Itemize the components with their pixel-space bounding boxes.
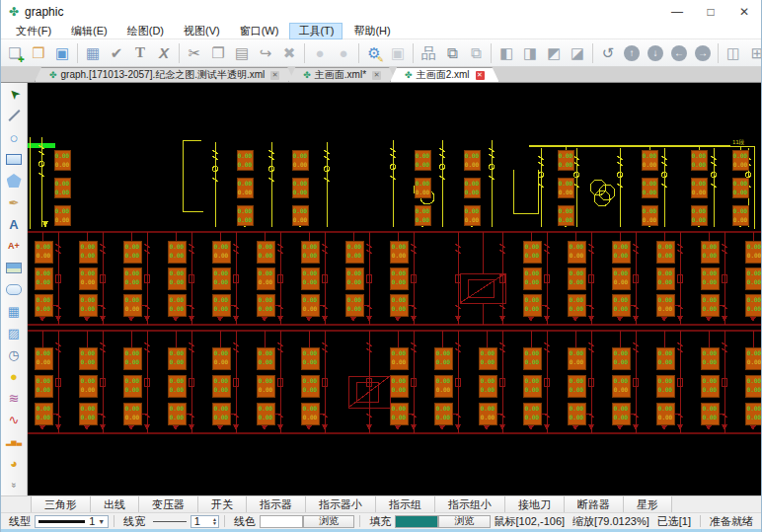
open-folder-icon[interactable]: ❒: [27, 41, 50, 65]
paste-icon[interactable]: ▤: [230, 41, 254, 65]
group-icon[interactable]: ⧉: [440, 41, 464, 65]
tab-close-button[interactable]: ✕: [270, 71, 279, 80]
window-new-icon[interactable]: ⊞: [745, 41, 762, 65]
tab-close-button[interactable]: ✕: [476, 71, 485, 80]
more-tools-icon[interactable]: »: [1, 474, 27, 495]
component-tab-3[interactable]: 开关: [198, 496, 247, 512]
menu-help[interactable]: 帮助(H): [344, 23, 399, 39]
fill-browse-button[interactable]: 浏览: [438, 515, 490, 528]
refresh-icon[interactable]: ↺: [596, 41, 620, 65]
tab-main2-xml[interactable]: ✤主画面2.xml✕: [390, 67, 498, 82]
ellipse-tool-icon[interactable]: ○: [1, 126, 27, 148]
nav-down-icon[interactable]: ↓: [644, 41, 667, 65]
clock-icon[interactable]: ◷: [1, 343, 27, 365]
bulb-icon[interactable]: ●: [1, 365, 27, 387]
component-tab-10[interactable]: 星形: [624, 496, 672, 512]
menu-view[interactable]: 视图(V): [175, 23, 229, 39]
component-tab-9[interactable]: 断路器: [565, 496, 624, 512]
grid-icon[interactable]: ▦: [81, 41, 105, 65]
nav-up-icon[interactable]: ↑: [620, 41, 644, 65]
tab-main-xml[interactable]: ✤主画面.xml*✕: [288, 67, 396, 82]
distribute-icon[interactable]: ◪: [566, 41, 589, 65]
component-tab-bar: 三角形出线变压器开关指示器指示器小指示组指示组小接地刀断路器星形: [1, 495, 761, 512]
align-left-icon[interactable]: ◨: [518, 41, 542, 65]
align-center-icon[interactable]: ◩: [542, 41, 566, 65]
svg-text:0.00: 0.00: [747, 386, 762, 393]
window-tile-icon[interactable]: ◫: [722, 41, 745, 65]
picture-button-icon[interactable]: [1, 257, 27, 278]
component-tab-2[interactable]: 变压器: [139, 496, 198, 512]
svg-text:0.00: 0.00: [525, 252, 540, 259]
svg-text:0.00: 0.00: [658, 243, 673, 250]
polygon-tool-icon[interactable]: [1, 170, 27, 191]
menu-draw[interactable]: 绘图(D): [118, 23, 173, 39]
menu-edit[interactable]: 编辑(E): [62, 23, 116, 39]
line-color-browse-button[interactable]: 浏览: [303, 515, 354, 528]
save-all-icon[interactable]: ▣: [386, 41, 410, 65]
shuttlecock-icon[interactable]: ✒: [1, 191, 27, 213]
line-tool-icon[interactable]: [1, 105, 27, 126]
nav-left-icon[interactable]: ←: [667, 41, 691, 65]
text-plus-icon[interactable]: A+: [1, 235, 27, 257]
stepper-arrows-icon[interactable]: ▲▼: [212, 517, 218, 525]
copy-icon[interactable]: ❐: [206, 41, 230, 65]
svg-text:0.00: 0.00: [416, 180, 430, 187]
align-bottom-icon[interactable]: ◧: [495, 41, 518, 65]
component-tab-6[interactable]: 指示组: [376, 496, 435, 512]
component-tab-0[interactable]: 三角形: [31, 496, 91, 512]
line-type-select[interactable]: 1 ▼: [35, 515, 109, 528]
percent-icon[interactable]: ▨: [1, 322, 27, 343]
tab-graph-xml[interactable]: ✤graph.[171013-2057].纪念之图.测试半透明.xml✕: [35, 67, 294, 82]
line-width-stepper[interactable]: 1 ▲▼: [190, 515, 219, 528]
maximize-button[interactable]: □: [694, 0, 727, 24]
table-icon[interactable]: ▦: [1, 300, 27, 322]
check-icon[interactable]: ✔: [105, 41, 128, 65]
button-tool-icon[interactable]: [1, 278, 27, 300]
fill-color-swatch[interactable]: [395, 515, 438, 528]
svg-text:0.00: 0.00: [465, 152, 480, 159]
bar-chart-icon[interactable]: ▂▅▃: [1, 430, 27, 452]
svg-text:0.00: 0.00: [392, 305, 407, 312]
import-icon[interactable]: ↪: [254, 41, 277, 65]
skew-text-icon[interactable]: X: [152, 41, 176, 65]
schematic-svg[interactable]: 11段0.000.000.000.000.000.000.000.000.000…: [28, 83, 762, 495]
svg-text:0.00: 0.00: [303, 377, 318, 384]
close-button[interactable]: ✕: [727, 0, 761, 24]
undo-icon[interactable]: ●: [308, 41, 332, 65]
component-tab-5[interactable]: 指示器小: [306, 496, 376, 512]
line-chart-icon[interactable]: ∿: [1, 409, 27, 430]
svg-text:0.00: 0.00: [658, 377, 673, 384]
select-cursor-icon[interactable]: ➤: [1, 83, 27, 105]
cut-icon[interactable]: ✂: [183, 41, 206, 65]
schematic-canvas[interactable]: 11段0.000.000.000.000.000.000.000.000.000…: [28, 83, 762, 495]
rect-tool-icon[interactable]: [1, 148, 27, 170]
hierarchy-icon[interactable]: 品: [417, 41, 440, 65]
settings-icon[interactable]: ⚙✎: [362, 41, 386, 65]
xy-chart-icon[interactable]: ≋: [1, 387, 27, 409]
menu-window[interactable]: 窗口(W): [231, 23, 288, 39]
menu-tools[interactable]: 工具(T): [289, 23, 343, 39]
svg-text:0.00: 0.00: [614, 349, 629, 356]
tab-label: 主画面2.xml: [417, 68, 470, 82]
new-file-icon[interactable]: ❏✚: [3, 41, 27, 65]
redo-icon[interactable]: ●: [332, 41, 355, 65]
component-tab-7[interactable]: 指示组小: [435, 496, 505, 512]
component-tab-4[interactable]: 指示器: [247, 496, 306, 512]
menu-file[interactable]: 文件(F): [7, 23, 60, 39]
tab-close-button[interactable]: ✕: [372, 71, 381, 80]
svg-text:0.00: 0.00: [614, 252, 629, 259]
nav-right-icon[interactable]: →: [691, 41, 715, 65]
pie-chart-icon[interactable]: ◕: [1, 452, 27, 474]
save-icon[interactable]: ▣: [50, 41, 74, 65]
component-tab-1[interactable]: 出线: [91, 496, 139, 512]
svg-text:0.00: 0.00: [733, 189, 748, 195]
separator: [114, 515, 114, 527]
text-icon[interactable]: A: [1, 213, 27, 235]
delete-icon[interactable]: ✖: [277, 41, 301, 65]
svg-text:0.00: 0.00: [703, 349, 718, 356]
text-tool-icon[interactable]: T: [128, 41, 152, 65]
component-tab-8[interactable]: 接地刀: [505, 496, 565, 512]
line-color-swatch[interactable]: [260, 515, 303, 528]
ungroup-icon[interactable]: ⧉: [464, 41, 488, 65]
minimize-button[interactable]: —: [660, 0, 694, 24]
